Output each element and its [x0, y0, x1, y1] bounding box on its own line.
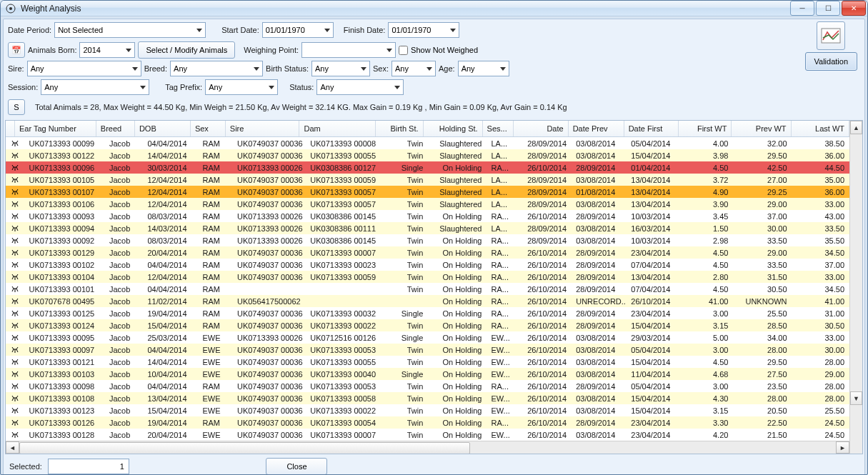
col-date[interactable]: Date [514, 121, 568, 136]
s-label: S [14, 103, 19, 111]
cell-date-first: 10/03/2014 [627, 210, 680, 222]
birth-status-combo[interactable]: Any [311, 61, 370, 76]
cell-dam: UK0713393 00032 [306, 307, 381, 319]
close-window-button[interactable]: ✕ [842, 1, 866, 16]
cell-date-first: 05/04/2014 [627, 380, 680, 392]
scroll-track[interactable] [19, 442, 836, 453]
vertical-scrollbar[interactable]: ▲ ▼ [849, 121, 862, 454]
table-row[interactable]: UK0713393 00126Jacob19/04/2014RAMUK07490… [6, 416, 849, 429]
col-ear-tag[interactable]: Ear Tag Number [15, 121, 96, 136]
session-combo[interactable]: Any [41, 79, 149, 95]
titlebar[interactable]: Weight Analysis ─ ☐ ✕ [1, 1, 867, 16]
col-date-prev[interactable]: Date Prev [569, 121, 624, 136]
status-combo[interactable]: Any [316, 79, 404, 95]
age-combo[interactable]: Any [458, 61, 509, 76]
cell-first-wt: 2.80 [681, 271, 734, 283]
animals-born-combo[interactable]: 2014 [79, 42, 135, 58]
tag-prefix-combo[interactable]: Any [205, 79, 278, 95]
finish-date-combo[interactable]: 01/01/1970 [388, 22, 459, 38]
table-row[interactable]: UK0713393 00096Jacob30/03/2014RAMUK07133… [6, 161, 849, 174]
cell-breed: Jacob [105, 319, 143, 331]
table-row[interactable]: UK0713393 00093Jacob08/03/2014RAMUK07133… [6, 210, 849, 222]
grid-body[interactable]: UK0713393 00099Jacob04/04/2014RAMUK07490… [6, 137, 849, 441]
cell-sex: RAM [199, 271, 233, 283]
table-row[interactable]: UK0713393 00099Jacob04/04/2014RAMUK07490… [6, 137, 849, 149]
col-birth-st[interactable]: Birth St. [376, 121, 423, 136]
scroll-right-button[interactable]: ► [836, 441, 849, 454]
show-not-weighed-input[interactable] [399, 46, 408, 55]
col-dam[interactable]: Dam [299, 121, 376, 136]
table-row[interactable]: UK0713393 00094Jacob14/03/2014RAMUK07133… [6, 222, 849, 234]
cell-date-first: 16/03/2014 [627, 222, 680, 234]
cell-sire: UK0749037 00036 [233, 368, 306, 380]
table-row[interactable]: UK0713393 00129Jacob20/04/2014RAMUK07490… [6, 246, 849, 259]
cell-date: 28/09/2014 [518, 174, 572, 186]
col-breed[interactable]: Breed [96, 121, 135, 136]
col-prev-wt[interactable]: Prev WT [732, 121, 791, 136]
cell-holding-st: On Holding [428, 368, 487, 380]
cell-last-wt: 30.00 [792, 344, 849, 356]
table-row[interactable]: UK0713393 00122Jacob14/04/2014RAMUK07490… [6, 149, 849, 161]
table-row[interactable]: UK0713393 00123Jacob15/04/2014EWEUK07490… [6, 404, 849, 416]
table-row[interactable]: UK0713393 00107Jacob12/04/2014RAMUK07490… [6, 186, 849, 198]
col-sex[interactable]: Sex [191, 121, 226, 136]
col-sire[interactable]: Sire [226, 121, 300, 136]
cell-prev-wt: 27.00 [733, 174, 792, 186]
show-not-weighed-checkbox[interactable]: Show Not Weighed [399, 46, 478, 55]
minimize-button[interactable]: ─ [790, 1, 814, 16]
table-row[interactable]: UK0713393 00098Jacob04/04/2014RAMUK07490… [6, 380, 849, 392]
col-date-first[interactable]: Date First [624, 121, 679, 136]
table-row[interactable]: UK0713393 00104Jacob12/04/2014RAMUK07490… [6, 271, 849, 283]
table-row[interactable]: UK0713393 00095Jacob25/03/2014EWEUK07133… [6, 331, 849, 344]
col-first-wt[interactable]: First WT [679, 121, 732, 136]
table-row[interactable]: UK0713393 00125Jacob19/04/2014RAMUK07490… [6, 307, 849, 319]
maximize-button[interactable]: ☐ [816, 1, 840, 16]
s-summary-button[interactable]: S [8, 99, 25, 115]
table-row[interactable]: UK0713393 00124Jacob15/04/2014RAMUK07490… [6, 319, 849, 331]
table-row[interactable]: UK0707678 00495Jacob11/02/2014RAMUK05641… [6, 295, 849, 307]
svg-point-1 [9, 7, 12, 10]
cell-holding-st: On Holding [428, 392, 487, 404]
col-session[interactable]: Ses... [483, 121, 514, 136]
scroll-thumb[interactable] [19, 442, 470, 454]
horizontal-scrollbar[interactable]: ◄ ► [6, 441, 849, 454]
weighing-point-combo[interactable] [301, 42, 396, 58]
breed-combo[interactable]: Any [170, 61, 263, 76]
table-row[interactable]: UK0713393 00106Jacob12/04/2014RAMUK07490… [6, 198, 849, 210]
close-button[interactable]: Close [266, 458, 327, 475]
start-date-combo[interactable]: 01/01/1970 [262, 22, 334, 38]
start-date-label: Start Date: [221, 26, 259, 34]
date-period-combo[interactable]: Not Selected [54, 22, 206, 38]
cell-sire [233, 283, 306, 295]
calendar-tool-button[interactable]: 📅 [8, 42, 25, 58]
table-row[interactable]: UK0713393 00121Jacob14/04/2014EWEUK07490… [6, 356, 849, 368]
scroll-down-button[interactable]: ▼ [850, 391, 862, 405]
table-row[interactable]: UK0713393 00108Jacob13/04/2014EWEUK07490… [6, 392, 849, 404]
cell-sire: UK0749037 00036 [233, 356, 306, 368]
col-icon[interactable] [6, 121, 15, 136]
cell-first-wt: 3.15 [681, 404, 734, 416]
scroll-left-button[interactable]: ◄ [6, 441, 19, 454]
chart-button[interactable] [817, 21, 845, 50]
col-holding-st[interactable]: Holding St. [424, 121, 483, 136]
cell-ear-tag: UK0713393 00095 [24, 331, 105, 344]
sex-combo[interactable]: Any [391, 61, 436, 76]
col-dob[interactable]: DOB [135, 121, 191, 136]
validation-button[interactable]: Validation [805, 52, 858, 71]
table-row[interactable]: UK0713393 00103Jacob10/04/2014EWEUK07490… [6, 368, 849, 380]
grid-header[interactable]: Ear Tag Number Breed DOB Sex Sire Dam Bi… [6, 121, 849, 137]
table-row[interactable]: UK0713393 00101Jacob04/04/2014RAMTwinOn … [6, 283, 849, 295]
select-modify-animals-button[interactable]: Select / Modify Animals [138, 41, 235, 59]
table-row[interactable]: UK0713393 00128Jacob20/04/2014EWEUK07490… [6, 429, 849, 441]
cell-dob: 12/04/2014 [143, 174, 198, 186]
cell-birth-st: Twin [381, 271, 428, 283]
cell-dob: 14/04/2014 [143, 149, 198, 161]
scroll-up-button[interactable]: ▲ [850, 121, 862, 134]
table-row[interactable]: UK0713393 00105Jacob12/04/2014RAMUK07490… [6, 174, 849, 186]
col-last-wt[interactable]: Last WT [792, 121, 849, 136]
sire-combo[interactable]: Any [27, 61, 141, 76]
table-row[interactable]: UK0713393 00092Jacob08/03/2014RAMUK07133… [6, 234, 849, 246]
table-row[interactable]: UK0713393 00097Jacob04/04/2014EWEUK07490… [6, 344, 849, 356]
cell-last-wt: 28.00 [792, 380, 849, 392]
table-row[interactable]: UK0713393 00102Jacob04/04/2014RAMUK07490… [6, 259, 849, 271]
